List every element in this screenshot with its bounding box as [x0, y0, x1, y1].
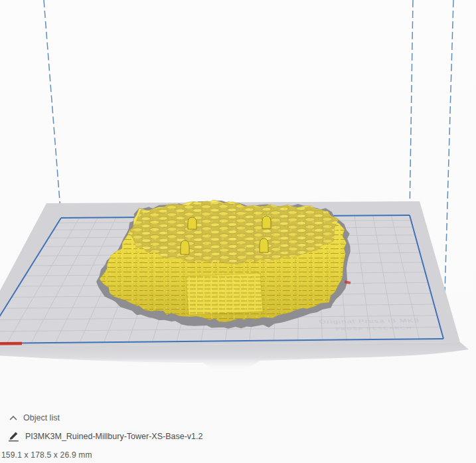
heatbed-skirt [0, 342, 469, 370]
object-list-toggle[interactable]: Object list [9, 413, 60, 422]
model-dimensions-label: 159.1 x 178.5 x 26.9 mm [1, 450, 92, 460]
volume-edge-back-right [410, 0, 413, 215]
object-list-title: Object list [23, 413, 60, 422]
chevron-up-icon [9, 415, 18, 421]
3d-viewport[interactable]: Original Prusa i3 MK3 PRUSA RESEARCH [0, 0, 476, 463]
object-list-item[interactable]: PI3MK3M_Ruined-Millbury-Tower-XS-Base-v1… [8, 430, 202, 442]
object-name: PI3MK3M_Ruined-Millbury-Tower-XS-Base-v1… [25, 432, 202, 441]
volume-edge-front-right [443, 0, 453, 339]
volume-edge-back-left [44, 0, 61, 218]
slicer-prepare-view: Original Prusa i3 MK3 PRUSA RESEARCH Obj… [0, 0, 476, 463]
pencil-icon [8, 430, 19, 442]
